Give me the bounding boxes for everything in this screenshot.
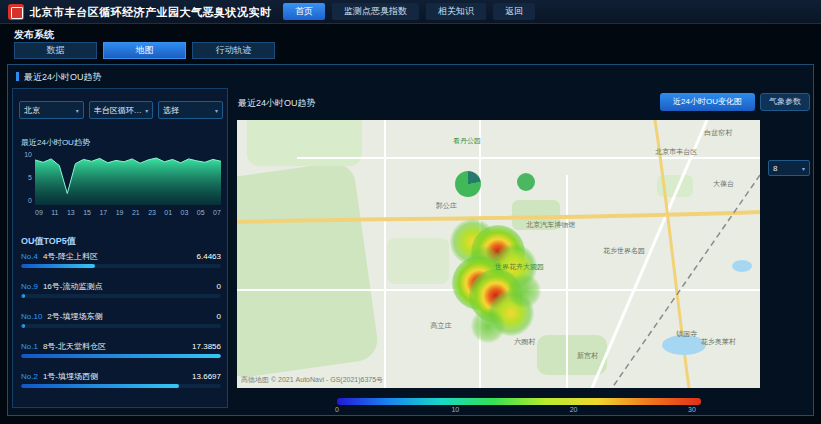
map-label: 花乡奥莱村 (701, 337, 736, 347)
main-nav: 首页 监测点恶臭指数 相关知识 返回 (283, 3, 535, 20)
rank-label: No.2 (21, 372, 38, 381)
legend-tick: 20 (570, 406, 578, 413)
ou-color-scale-ticks: 0102030 (337, 406, 701, 416)
top5-row[interactable]: No.10 2号-填埋场东侧 0 (21, 309, 221, 339)
app-logo (8, 4, 24, 20)
legend-tick: 0 (335, 406, 339, 413)
map-label: 花乡世界名园 (603, 246, 645, 256)
ou-value: 17.3856 (192, 342, 221, 351)
x-axis-labels: 091113151719212301030507 (35, 209, 221, 216)
ou-value: 13.6697 (192, 372, 221, 381)
ou-change-chart-button[interactable]: 近24小时OU变化图 (660, 93, 755, 111)
map-point-select-value: 8 (773, 164, 777, 173)
publish-system-label: 发布系统 (14, 28, 54, 42)
map-panel-title: 最近24小时OU趋势 (238, 97, 316, 110)
chevron-down-icon: ▾ (145, 107, 148, 114)
x-axis-tick: 09 (35, 209, 43, 216)
view-tabs: 数据 地图 行动轨迹 (14, 42, 275, 59)
value-bar (21, 354, 221, 358)
top5-row[interactable]: No.4 4号-降尘上料区 6.4463 (21, 249, 221, 279)
city-select-value: 北京 (24, 105, 40, 116)
nav-back[interactable]: 返回 (493, 3, 535, 20)
map-label: 大葆台 (713, 179, 734, 189)
rank-label: No.1 (21, 342, 38, 351)
x-axis-tick: 19 (116, 209, 124, 216)
map-label: 六圈村 (514, 337, 535, 347)
trend-chart-title: 最近24小时OU趋势 (21, 137, 90, 148)
map-label: 新宫村 (577, 351, 598, 361)
weather-params-button[interactable]: 气象参数 (760, 93, 810, 111)
map-canvas[interactable]: 看丹公园郭公庄北京市丰台区白盆窑村大葆台北京汽车博物馆世界花卉大观园花乡世界名园… (237, 120, 760, 388)
x-axis-tick: 05 (197, 209, 205, 216)
top5-title: OU值TOP5值 (21, 235, 76, 248)
rank-label: No.9 (21, 282, 38, 291)
x-axis-tick: 17 (99, 209, 107, 216)
top5-row[interactable]: No.1 8号-北天堂料仓区 17.3856 (21, 339, 221, 369)
top5-row[interactable]: No.9 16号-流动监测点 0 (21, 279, 221, 309)
x-axis-tick: 23 (148, 209, 156, 216)
water-area (732, 260, 752, 272)
map-label: 北京市丰台区 (655, 147, 697, 157)
value-bar (21, 384, 179, 388)
tab-track[interactable]: 行动轨迹 (192, 42, 275, 59)
x-axis-tick: 21 (132, 209, 140, 216)
park-select[interactable]: 丰台区循环经济产 ▾ (89, 101, 154, 119)
city-select[interactable]: 北京 ▾ (19, 101, 84, 119)
y-axis-tick: 0 (19, 197, 32, 204)
app-title: 北京市丰台区循环经济产业园大气恶臭状况实时 (30, 5, 272, 20)
nav-knowledge[interactable]: 相关知识 (426, 3, 486, 20)
trend-area-chart (35, 151, 221, 207)
value-bar-track (21, 324, 221, 328)
y-axis-tick: 5 (19, 174, 32, 181)
point-select[interactable]: 选择 ▾ (158, 101, 223, 119)
chevron-down-icon: ▾ (76, 107, 79, 114)
x-axis-tick: 15 (83, 209, 91, 216)
tab-map[interactable]: 地图 (103, 42, 186, 59)
value-bar-track (21, 264, 221, 268)
ou-value: 0 (217, 312, 221, 321)
value-bar-track (21, 294, 221, 298)
point-name: 8号-北天堂料仓区 (43, 341, 188, 352)
nav-odor-index[interactable]: 监测点恶臭指数 (332, 3, 419, 20)
point-name: 1号-填埋场西侧 (43, 371, 188, 382)
tab-data[interactable]: 数据 (14, 42, 97, 59)
x-axis-tick: 13 (67, 209, 75, 216)
map-label: 世界花卉大观园 (495, 262, 544, 272)
map-label: 看丹公园 (453, 136, 481, 146)
top5-row[interactable]: No.2 1号-填埋场西侧 13.6697 (21, 369, 221, 399)
legend-tick: 30 (688, 406, 696, 413)
rank-label: No.10 (21, 312, 42, 321)
point-select-value: 选择 (163, 105, 179, 116)
top-header-bar: 北京市丰台区循环经济产业园大气恶臭状况实时 首页 监测点恶臭指数 相关知识 返回 (0, 0, 821, 24)
x-axis-tick: 03 (181, 209, 189, 216)
x-axis-tick: 07 (213, 209, 221, 216)
chevron-down-icon: ▾ (215, 107, 218, 114)
nav-home[interactable]: 首页 (283, 3, 325, 20)
ou-color-scale (337, 398, 701, 405)
park-select-value: 丰台区循环经济产 (94, 105, 144, 116)
ou-value: 0 (217, 282, 221, 291)
value-bar (21, 294, 25, 298)
map-attribution: 高德地图 © 2021 AutoNavi - GS(2021)6375号 (241, 375, 383, 385)
x-axis-tick: 01 (164, 209, 172, 216)
map-label: 白盆窑村 (704, 128, 732, 138)
map-point-select[interactable]: 8 ▾ (768, 160, 810, 176)
value-bar-track (21, 384, 221, 388)
value-bar-track (21, 354, 221, 358)
point-name: 2号-填埋场东侧 (47, 311, 212, 322)
y-axis-tick: 10 (19, 151, 32, 158)
chevron-down-icon: ▾ (802, 165, 805, 172)
x-axis-tick: 11 (51, 209, 58, 216)
map-label: 高立庄 (430, 321, 451, 331)
top5-list: No.4 4号-降尘上料区 6.4463 No.9 16号-流动监测点 0 No… (21, 249, 221, 399)
point-name: 4号-降尘上料区 (43, 251, 193, 262)
value-bar (21, 324, 25, 328)
filter-row: 北京 ▾ 丰台区循环经济产 ▾ 选择 ▾ (19, 101, 223, 119)
map-label: 北京汽车博物馆 (526, 220, 575, 230)
ou-value: 6.4463 (197, 252, 221, 261)
panel-title: 最近24小时OU趋势 (16, 71, 102, 84)
point-name: 16号-流动监测点 (43, 281, 213, 292)
legend-tick: 10 (451, 406, 459, 413)
map-label: 郭公庄 (436, 201, 457, 211)
rank-label: No.4 (21, 252, 38, 261)
